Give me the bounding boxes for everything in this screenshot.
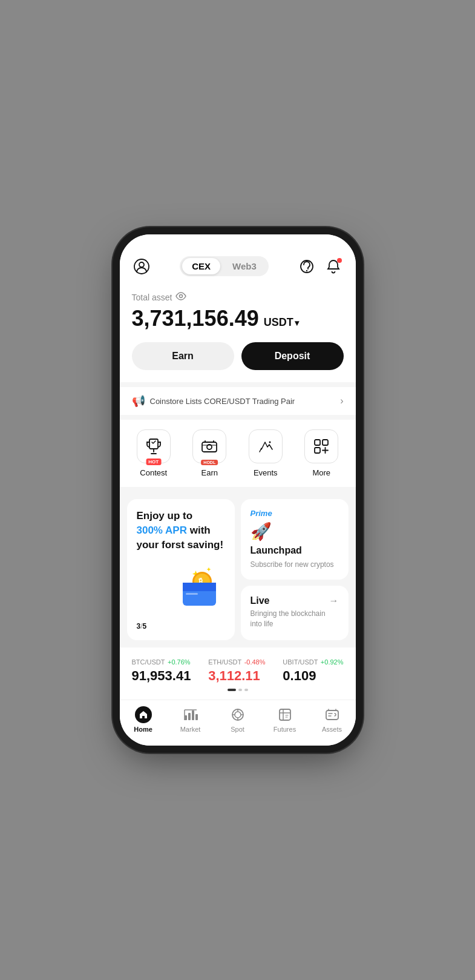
nav-spot[interactable]: Spot xyxy=(214,706,261,733)
banner-chevron-icon: › xyxy=(340,396,343,406)
market-nav-label: Market xyxy=(180,726,201,733)
total-asset-label: Total asset xyxy=(132,292,344,302)
svg-rect-10 xyxy=(323,440,328,445)
svg-rect-22 xyxy=(195,714,198,720)
events-action[interactable]: Events xyxy=(249,429,283,477)
nav-futures[interactable]: Futures xyxy=(261,706,309,733)
spot-icon xyxy=(229,706,246,723)
svg-rect-26 xyxy=(326,710,338,720)
btc-change: +0.76% xyxy=(168,658,191,666)
action-buttons: Earn Deposit xyxy=(132,342,344,370)
launchpad-card[interactable]: Prime 🚀 Launchpad Subscribe for new cryp… xyxy=(241,499,349,580)
launchpad-title: Launchpad xyxy=(251,545,302,556)
arrow-right-icon: → xyxy=(329,595,339,606)
eye-icon[interactable] xyxy=(175,292,186,302)
live-card[interactable]: Live → Bringing the blockchain into life xyxy=(241,586,349,640)
asset-currency[interactable]: USDT ▾ xyxy=(264,316,299,329)
ticker-ubit[interactable]: UBIT/USDT +0.92% 0.109 xyxy=(283,656,343,684)
live-subtitle: Bringing the blockchain into life xyxy=(251,609,339,629)
events-label: Events xyxy=(254,468,278,477)
nav-market[interactable]: Market xyxy=(167,706,214,733)
svg-rect-20 xyxy=(188,713,191,720)
prime-label: Prime xyxy=(251,509,272,518)
contest-label: Contest xyxy=(140,468,167,477)
earn-icon: HODL xyxy=(192,429,226,463)
svg-point-24 xyxy=(235,712,241,718)
market-icon xyxy=(182,706,199,723)
nav-assets[interactable]: Assets xyxy=(309,706,356,733)
ticker-section: BTC/USDT +0.76% 91,953.41 ETH/USDT -0.48… xyxy=(120,647,356,700)
ticker-dots xyxy=(132,684,344,694)
earn-label: Earn xyxy=(201,468,218,477)
home-indicator xyxy=(120,745,356,746)
support-button[interactable] xyxy=(297,257,316,276)
ticker-dot-3 xyxy=(244,689,248,691)
svg-point-1 xyxy=(139,262,144,267)
home-nav-label: Home xyxy=(134,726,152,733)
svg-point-4 xyxy=(180,295,183,298)
more-icon xyxy=(304,429,338,463)
announcement-banner[interactable]: 📢 Coinstore Lists CORE/USDT Trading Pair… xyxy=(120,387,356,415)
contest-action[interactable]: HOT Contest xyxy=(137,429,171,477)
header-actions xyxy=(297,257,343,276)
futures-nav-label: Futures xyxy=(274,726,296,733)
svg-rect-25 xyxy=(280,709,290,720)
rocket-icon: 🚀 xyxy=(251,521,272,541)
live-header: Live → xyxy=(251,595,339,606)
savings-promo-card[interactable]: Enjoy up to 300% APR with your forst sav… xyxy=(127,499,235,640)
svg-rect-11 xyxy=(315,448,320,453)
svg-point-3 xyxy=(306,270,307,271)
launchpad-subtitle: Subscribe for new cryptos xyxy=(251,560,334,570)
contest-icon: HOT xyxy=(137,429,171,463)
btc-pair: BTC/USDT xyxy=(132,658,165,666)
ticker-eth[interactable]: ETH/USDT -0.48% 3,112.11 xyxy=(208,656,265,684)
card-pagination: 3/5 xyxy=(137,622,225,631)
svg-rect-9 xyxy=(315,440,320,445)
more-action[interactable]: More xyxy=(304,429,338,477)
ticker-dot-1 xyxy=(228,689,236,691)
bottom-nav: Home Market xyxy=(120,700,356,745)
home-icon xyxy=(135,706,152,723)
earn-button[interactable]: Earn xyxy=(132,342,234,370)
ticker-btc[interactable]: BTC/USDT +0.76% 91,953.41 xyxy=(132,656,191,684)
currency-dropdown-icon[interactable]: ▾ xyxy=(295,318,299,328)
promo-text: Enjoy up to 300% APR with your forst sav… xyxy=(137,509,225,552)
btc-price: 91,953.41 xyxy=(132,668,191,684)
assets-icon xyxy=(324,706,341,723)
eth-pair: ETH/USDT xyxy=(208,658,241,666)
ubit-pair: UBIT/USDT xyxy=(283,658,318,666)
cex-tab[interactable]: CEX xyxy=(182,258,220,274)
asset-section: Total asset 3,731,156.49 USDT ▾ Earn Dep… xyxy=(120,282,356,382)
quick-actions: HOT Contest HODL Earn xyxy=(120,420,356,487)
futures-icon xyxy=(277,706,293,723)
ubit-price: 0.109 xyxy=(283,668,343,684)
svg-rect-5 xyxy=(149,439,158,449)
events-icon xyxy=(249,429,283,463)
app-header: CEX Web3 xyxy=(120,247,356,282)
eth-price: 3,112.11 xyxy=(208,668,265,684)
ticker-dot-2 xyxy=(238,689,242,691)
megaphone-icon: 📢 xyxy=(132,394,145,408)
spot-nav-label: Spot xyxy=(231,726,244,733)
profile-button[interactable] xyxy=(132,257,151,276)
earn-action[interactable]: HODL Earn xyxy=(192,429,226,477)
svg-rect-6 xyxy=(202,442,217,452)
ticker-row: BTC/USDT +0.76% 91,953.41 ETH/USDT -0.48… xyxy=(132,656,344,684)
eth-change: -0.48% xyxy=(244,658,266,666)
svg-rect-13 xyxy=(186,593,198,595)
web3-tab[interactable]: Web3 xyxy=(223,258,266,274)
more-label: More xyxy=(312,468,330,477)
svg-rect-21 xyxy=(192,710,194,720)
ubit-change: +0.92% xyxy=(321,658,344,666)
asset-amount: 3,731,156.49 USDT ▾ xyxy=(132,306,344,331)
exchange-mode-toggle[interactable]: CEX Web3 xyxy=(180,256,269,276)
assets-nav-label: Assets xyxy=(322,726,342,733)
svg-point-8 xyxy=(269,442,270,443)
hot-badge: HOT xyxy=(146,459,161,465)
card-illustration: ₿ xyxy=(137,566,225,608)
nav-home[interactable]: Home xyxy=(120,706,167,733)
banner-content: 📢 Coinstore Lists CORE/USDT Trading Pair xyxy=(132,394,295,408)
deposit-button[interactable]: Deposit xyxy=(241,342,344,370)
svg-rect-18 xyxy=(183,583,216,591)
notification-button[interactable] xyxy=(324,257,343,276)
